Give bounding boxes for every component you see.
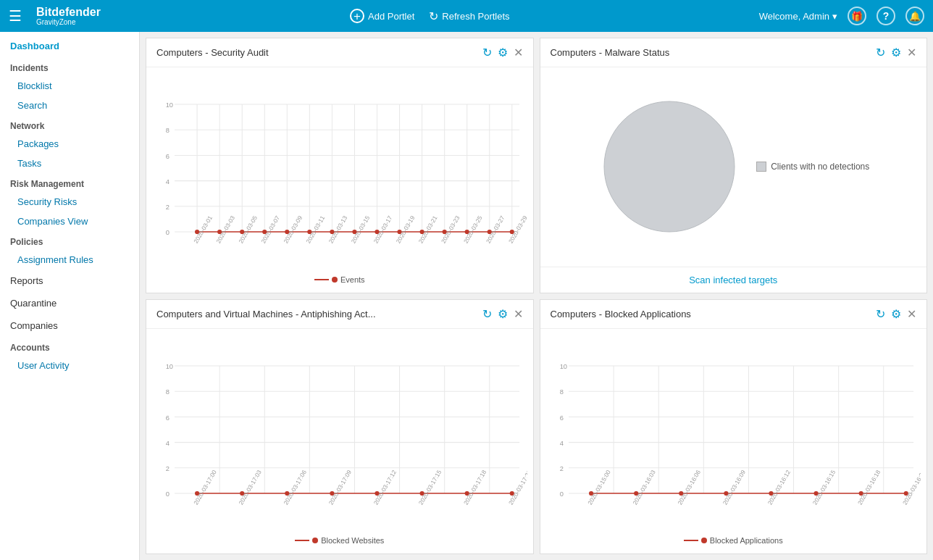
help-icon[interactable]: ?: [876, 7, 895, 25]
svg-text:2020-03-29: 2020-03-29: [508, 214, 527, 244]
refresh-portlet-icon[interactable]: ↻: [482, 46, 492, 59]
svg-text:4: 4: [559, 439, 563, 446]
sidebar-section-network[interactable]: Network: [0, 115, 139, 134]
malware-pie-area: Clients with no detections: [546, 73, 921, 261]
security-audit-chart: 10 8 6 4 2 0: [152, 73, 527, 272]
sidebar-item-tasks[interactable]: Tasks: [0, 154, 139, 173]
sidebar-item-blocklist[interactable]: Blocklist: [0, 76, 139, 96]
refresh-portlets-label: Refresh Portlets: [442, 11, 509, 22]
close-portlet-icon[interactable]: ✕: [514, 46, 523, 59]
sidebar-item-search[interactable]: Search: [0, 96, 139, 115]
antiphishing-svg: 10 8 6 4 2 0: [152, 335, 527, 534]
svg-text:2020-03-16:09: 2020-03-16:09: [721, 469, 747, 506]
svg-text:2020-03-25: 2020-03-25: [463, 214, 484, 244]
refresh-icon: ↻: [429, 9, 438, 23]
svg-text:8: 8: [559, 388, 563, 396]
svg-text:2020-03-16:06: 2020-03-16:06: [677, 469, 702, 506]
refresh-antiphishing-icon[interactable]: ↻: [482, 307, 492, 321]
svg-text:2020-03-17:09: 2020-03-17:09: [327, 469, 353, 506]
portlet-blocked-apps: Computers - Blocked Applications ↻ ⚙ ✕ 1…: [540, 299, 928, 555]
svg-text:2020-03-03: 2020-03-03: [215, 214, 236, 244]
antiphishing-legend: Blocked Websites: [152, 533, 527, 548]
security-audit-svg: 10 8 6 4 2 0: [152, 73, 527, 272]
svg-text:2020-03-01: 2020-03-01: [193, 214, 214, 244]
blocked-apps-legend-line: [684, 540, 698, 541]
hamburger-icon[interactable]: ☰: [9, 7, 22, 25]
svg-text:2020-03-17:03: 2020-03-17:03: [238, 469, 263, 506]
svg-text:2: 2: [559, 464, 563, 472]
close-antiphishing-icon[interactable]: ✕: [514, 307, 523, 321]
svg-text:6: 6: [166, 153, 170, 160]
svg-text:2020-03-16:03: 2020-03-16:03: [632, 469, 657, 506]
pie-legend-item: Clients with no detections: [756, 162, 869, 172]
welcome-menu[interactable]: Welcome, Admin ▾: [759, 11, 837, 22]
notification-icon[interactable]: 🔔: [905, 7, 924, 25]
svg-text:10: 10: [559, 363, 566, 370]
sidebar-item-quarantine[interactable]: Quarantine: [0, 292, 139, 314]
sidebar-item-assignment-rules[interactable]: Assignment Rules: [0, 250, 139, 269]
gift-icon[interactable]: 🎁: [848, 7, 866, 25]
settings-malware-icon[interactable]: ⚙: [891, 46, 901, 59]
svg-text:2020-03-17:21: 2020-03-17:21: [508, 469, 527, 506]
security-audit-legend: Events: [152, 272, 527, 287]
portlet-blocked-apps-title: Computers - Blocked Applications: [551, 309, 876, 319]
legend-label: Events: [340, 275, 365, 284]
svg-text:10: 10: [166, 363, 173, 370]
portlet-antiphishing-controls: ↻ ⚙ ✕: [482, 307, 523, 321]
sidebar-section-policies[interactable]: Policies: [0, 231, 139, 250]
sidebar-section-accounts[interactable]: Accounts: [0, 337, 139, 356]
blocked-apps-legend: Blocked Applications: [546, 533, 921, 548]
sidebar-section-incidents[interactable]: Incidents: [0, 57, 139, 76]
svg-text:2020-03-23: 2020-03-23: [440, 214, 461, 244]
svg-point-57: [604, 101, 735, 232]
add-portlet-label: Add Portlet: [368, 11, 414, 22]
refresh-blocked-icon[interactable]: ↻: [876, 307, 885, 321]
antiphishing-legend-line: [295, 540, 309, 541]
blocked-apps-chart: 10 8 6 4 2 0: [546, 335, 921, 534]
portlet-malware-title: Computers - Malware Status: [551, 47, 876, 58]
sidebar-item-companies-view[interactable]: Companies View: [0, 212, 139, 231]
main-layout: Dashboard Incidents Blocklist Search Net…: [0, 32, 933, 560]
topnav: ☰ Bitdefender GravityZone + Add Portlet …: [0, 0, 933, 32]
svg-text:0: 0: [166, 229, 170, 236]
sidebar-item-dashboard[interactable]: Dashboard: [0, 35, 139, 57]
sidebar-item-packages[interactable]: Packages: [0, 134, 139, 154]
sidebar-item-user-activity[interactable]: User Activity: [0, 356, 139, 375]
pie-legend-box: [756, 162, 766, 172]
portlet-malware-footer: Scan infected targets: [540, 267, 927, 293]
portlet-security-audit-title: Computers - Security Audit: [156, 47, 482, 58]
svg-text:2: 2: [166, 204, 170, 211]
settings-blocked-icon[interactable]: ⚙: [891, 307, 901, 321]
sidebar-item-companies[interactable]: Companies: [0, 314, 139, 337]
svg-text:2020-03-16:12: 2020-03-16:12: [766, 469, 792, 506]
refresh-malware-icon[interactable]: ↻: [876, 46, 885, 59]
sidebar-section-risk-management[interactable]: Risk Management: [0, 173, 139, 192]
portlet-security-audit-body: 10 8 6 4 2 0: [146, 67, 533, 293]
svg-text:2020-03-09: 2020-03-09: [283, 214, 304, 244]
sidebar-item-reports[interactable]: Reports: [0, 269, 139, 292]
portlet-malware-controls: ↻ ⚙ ✕: [876, 46, 916, 59]
svg-text:2020-03-27: 2020-03-27: [485, 214, 506, 244]
brand-sub: GravityZone: [36, 18, 101, 26]
svg-text:10: 10: [166, 101, 173, 109]
blocked-apps-svg: 10 8 6 4 2 0: [546, 335, 921, 534]
legend-dot-icon: [332, 277, 338, 283]
svg-text:6: 6: [166, 414, 170, 421]
settings-antiphishing-icon[interactable]: ⚙: [498, 307, 508, 321]
antiphishing-legend-dot: [312, 538, 318, 543]
blocked-apps-legend-label: Blocked Applications: [710, 536, 783, 545]
settings-portlet-icon[interactable]: ⚙: [498, 46, 508, 59]
legend-line-icon: [314, 279, 329, 280]
refresh-portlets-button[interactable]: ↻ Refresh Portlets: [429, 9, 509, 23]
chevron-down-icon: ▾: [832, 11, 837, 22]
svg-text:2020-03-17:00: 2020-03-17:00: [193, 469, 218, 506]
scan-infected-link[interactable]: Scan infected targets: [689, 275, 777, 285]
portlet-security-audit: Computers - Security Audit ↻ ⚙ ✕ 10 8 6 …: [146, 38, 534, 293]
add-portlet-button[interactable]: + Add Portlet: [350, 9, 414, 23]
antiphishing-chart: 10 8 6 4 2 0: [152, 335, 527, 534]
svg-text:2020-03-15: 2020-03-15: [350, 214, 371, 244]
portlet-malware-header: Computers - Malware Status ↻ ⚙ ✕: [540, 38, 927, 67]
sidebar-item-security-risks[interactable]: Security Risks: [0, 192, 139, 212]
close-blocked-icon[interactable]: ✕: [907, 307, 916, 321]
close-malware-icon[interactable]: ✕: [907, 46, 916, 59]
